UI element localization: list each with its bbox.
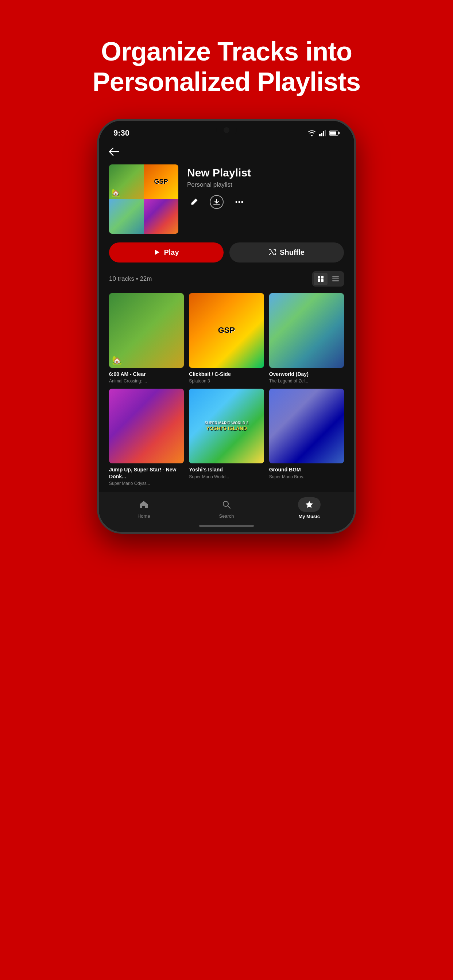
phone-frame: 9:30 [97,119,356,534]
art-cell-1: 🏡 [109,164,144,199]
track-card-5[interactable]: SUPER MARIO WORLD 2 YOSHI'S ISLAND Yoshi… [189,389,264,486]
svg-rect-11 [318,276,320,278]
playlist-actions [187,195,344,209]
svg-line-19 [228,506,230,508]
track-card-2[interactable]: GSP Clickbait / C-Side Splatoon 3 [189,293,264,384]
svg-marker-20 [306,501,313,508]
phone-screen: 9:30 [99,121,354,532]
track-title-3: Overworld (Day) [269,371,344,377]
nav-item-home[interactable]: Home [126,498,162,519]
track-thumb-2: GSP [189,293,264,368]
svg-rect-16 [332,278,339,279]
art-cell-4 [144,199,179,234]
home-nav-icon [137,498,151,512]
track-title-6: Ground BGM [269,466,344,473]
more-icon [235,201,243,203]
star-icon [305,500,314,509]
nav-item-search[interactable]: Search [208,498,245,519]
status-bar: 9:30 [99,121,354,142]
nav-item-my-music[interactable]: My Music [291,497,327,519]
track-thumb-6 [269,389,344,463]
home-nav-label: Home [137,513,150,519]
track-thumb-4 [109,389,184,463]
track-game-6: Super Mario Bros. [269,474,344,479]
svg-rect-1 [321,133,322,136]
track-title-1: 6:00 AM - Clear [109,371,184,377]
svg-rect-3 [325,130,326,136]
art-cell-3 [109,199,144,234]
search-nav-icon [220,498,233,512]
svg-point-9 [241,201,243,203]
status-time: 9:30 [113,128,129,138]
track-title-4: Jump Up, Super Star! - New Donk... [109,466,184,479]
track-card-1[interactable]: 🏡 6:00 AM - Clear Animal Crossing: ... [109,293,184,384]
my-music-nav-label: My Music [298,514,320,519]
svg-rect-0 [319,134,321,136]
list-icon [332,276,339,282]
download-button[interactable] [210,195,223,209]
track-card-6[interactable]: Ground BGM Super Mario Bros. [269,389,344,486]
svg-rect-2 [323,131,324,136]
grid-icon [317,275,324,282]
track-game-3: The Legend of Zel... [269,379,344,383]
shuffle-button[interactable]: Shuffle [230,242,344,262]
svg-rect-15 [332,276,339,277]
track-card-3[interactable]: Overworld (Day) The Legend of Zel... [269,293,344,384]
wifi-icon [308,130,316,136]
status-icons [308,130,340,136]
svg-rect-17 [332,280,339,282]
svg-point-7 [236,201,238,203]
my-music-nav-icon [298,497,321,512]
track-card-4[interactable]: Jump Up, Super Star! - New Donk... Super… [109,389,184,486]
list-view-button[interactable] [329,273,343,285]
svg-rect-14 [321,279,324,282]
svg-rect-13 [318,279,320,282]
track-game-5: Super Mario World... [189,474,264,479]
playlist-name: New Playlist [187,167,344,179]
home-icon [139,500,148,509]
svg-point-8 [239,201,240,203]
track-thumb-1: 🏡 [109,293,184,368]
battery-icon [329,130,340,135]
view-toggle [312,271,344,286]
more-button[interactable] [232,195,246,209]
svg-rect-5 [338,132,340,134]
svg-rect-12 [321,276,324,278]
track-info-row: 10 tracks • 22m [109,271,344,293]
svg-rect-6 [330,131,336,135]
back-button[interactable] [109,142,344,164]
grid-view-button[interactable] [314,273,327,285]
playback-controls: Play Shuffle [109,242,344,271]
back-arrow-icon [109,148,119,156]
track-game-1: Animal Crossing: ... [109,379,184,383]
track-game-2: Splatoon 3 [189,379,264,383]
hero-title: Organize Tracks into Personalized Playli… [29,37,424,97]
track-thumb-3 [269,293,344,368]
search-icon [222,500,231,509]
playlist-type: Personal playlist [187,181,344,188]
signal-icon [319,130,327,136]
notch [216,125,237,135]
edit-button[interactable] [187,195,201,209]
art-cell-2: GSP [144,164,179,199]
phone-wrapper: 9:30 [97,119,356,534]
home-indicator [99,521,354,532]
track-thumb-5: SUPER MARIO WORLD 2 YOSHI'S ISLAND [189,389,264,463]
edit-icon [190,198,198,206]
app-content: 🏡 GSP New Playlist Personal playlist [99,142,354,492]
hero-section: Organize Tracks into Personalized Playli… [0,0,453,119]
play-button[interactable]: Play [109,242,223,262]
track-game-4: Super Mario Odyss... [109,481,184,486]
search-nav-label: Search [219,513,234,519]
bottom-nav: Home Search [99,492,354,521]
track-title-5: Yoshi's Island [189,466,264,473]
playlist-art: 🏡 GSP [109,164,179,234]
tracks-grid: 🏡 6:00 AM - Clear Animal Crossing: ... G… [109,293,344,492]
download-icon [214,199,220,205]
playlist-header: 🏡 GSP New Playlist Personal playlist [109,164,344,242]
playlist-info: New Playlist Personal playlist [187,164,344,209]
svg-marker-10 [155,250,160,255]
track-count-text: 10 tracks • 22m [109,275,152,283]
track-title-2: Clickbait / C-Side [189,371,264,377]
